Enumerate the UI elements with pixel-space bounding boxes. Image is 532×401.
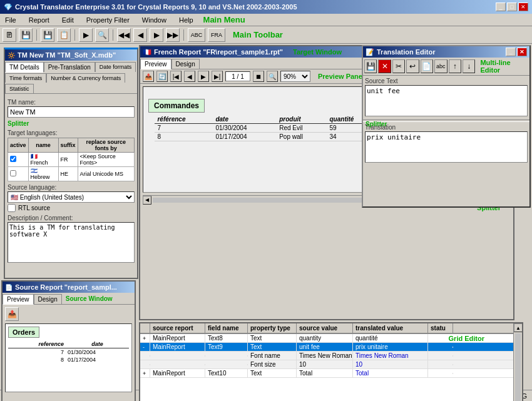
grid-row-1[interactable]: + MainReport Text8 Text quantity quantit… (140, 334, 522, 343)
tab-french-preview[interactable]: Preview (140, 59, 171, 69)
toolbar-btn-8[interactable]: ◀ (133, 28, 147, 42)
grid-prop-3: Text (248, 369, 297, 377)
menu-file[interactable]: File (3, 16, 19, 24)
tab-french-design[interactable]: Design (171, 59, 200, 69)
col-suffix: suffix (58, 138, 78, 153)
close-button[interactable]: ✕ (518, 3, 528, 11)
tab-tm-details[interactable]: TM Details (5, 62, 44, 73)
lang-suffix-french: FR (58, 153, 78, 167)
tab-pre-translation[interactable]: Pre-Translation (44, 62, 95, 72)
search-btn[interactable]: 🔍 (267, 71, 278, 82)
grid-sub-prop-1: Font name (248, 352, 297, 360)
multi-line-label: Multi-line Editor (480, 59, 528, 74)
refresh-btn[interactable]: 🔄 (156, 71, 168, 82)
grid-sub-srcval-1: Times New Roman (297, 352, 353, 360)
tab-source-preview[interactable]: Preview (3, 294, 34, 305)
editor-save-btn[interactable]: 💾 (364, 59, 377, 73)
tm-name-label: TM name: (8, 99, 135, 106)
grid-src-report-2: MainReport (150, 343, 205, 351)
editor-cut-btn[interactable]: ✂ (392, 59, 405, 73)
editor-down-btn[interactable]: ↓ (463, 59, 475, 73)
toolbar-btn-7[interactable]: ◀◀ (117, 28, 131, 42)
tm-name-input[interactable] (8, 106, 135, 118)
prev-page-btn[interactable]: ◀ (184, 71, 195, 82)
minimize-button[interactable]: _ (496, 3, 506, 11)
source-export-btn[interactable]: 📤 (5, 307, 19, 321)
source-text-area[interactable]: unit fee (365, 85, 528, 116)
editor-icon: 📝 (366, 48, 374, 56)
translation-section: Translation prix unitaire (363, 122, 529, 166)
french-date-2: 01/17/2004 (213, 133, 277, 141)
grid-row-2[interactable]: - MainReport Text9 Text unit fee prix un… (140, 343, 522, 352)
menu-edit[interactable]: Edit (59, 16, 76, 24)
tab-statistic[interactable]: Statistic (5, 84, 34, 93)
grid-header: source report field name property type s… (140, 323, 522, 334)
lang-active-french[interactable] (8, 153, 29, 167)
toolbar-btn-4[interactable]: 📋 (57, 28, 71, 42)
grid-vscroll-track[interactable] (515, 333, 521, 401)
translation-area[interactable]: prix unitaire (365, 131, 528, 163)
toolbar-btn-2[interactable]: 💾 (19, 28, 33, 42)
editor-spell-btn[interactable]: abc (434, 59, 447, 73)
toolbar-btn-abc[interactable]: ABC (188, 28, 205, 42)
toolbar-btn-1[interactable]: 🖹 (3, 28, 16, 42)
menu-window[interactable]: Window (140, 16, 169, 24)
export-btn[interactable]: 📤 (143, 71, 154, 82)
description-textarea[interactable]: This is a TM for translating software X (8, 222, 135, 263)
french-produit-2: Pop wall (277, 133, 327, 141)
source-language-select[interactable]: 🇺🇸 English (United States) (8, 191, 135, 203)
grid-row-3[interactable]: + MainReport Text10 Text Total Total (140, 369, 522, 378)
grid-sub-field-2 (205, 364, 248, 365)
expand-btn-3[interactable]: + (140, 369, 150, 377)
title-bar-buttons: _ □ ✕ (496, 3, 528, 11)
stop-btn[interactable]: ⏹ (253, 71, 264, 82)
toolbar-btn-6[interactable]: 🔍 (95, 28, 109, 42)
editor-close[interactable]: ✕ (517, 48, 527, 56)
expand-btn-1[interactable]: + (140, 334, 150, 342)
editor-undo-btn[interactable]: ↩ (406, 59, 419, 73)
menu-report[interactable]: Report (26, 16, 52, 24)
grid-transval-1: quantité (353, 334, 428, 342)
toolbar-btn-5[interactable]: ▶ (79, 28, 93, 42)
hscroll-left[interactable]: ◀ (143, 196, 151, 205)
grid-vscroll-up[interactable]: ▲ (514, 323, 523, 332)
editor-new-btn[interactable]: 📄 (421, 59, 433, 73)
lang-font-hebrew: Arial Unicode MS (78, 167, 134, 181)
first-page-btn[interactable]: |◀ (170, 71, 182, 82)
lang-row-french: 🇫🇷 French FR <Keep Source Fonts> (8, 153, 135, 167)
toolbar-btn-3[interactable]: 💾 (41, 28, 54, 42)
tm-content: TM name: Splitter Target languages: acti… (5, 94, 137, 278)
tab-date-formats[interactable]: Date formats (95, 62, 136, 72)
grid-status-1 (428, 338, 453, 339)
commandes-header: Commandes (148, 99, 205, 113)
grid-sub-prop-2: Font size (248, 360, 297, 368)
app-title: Crystal Translator Enterprise 3.01 for C… (15, 3, 297, 11)
tab-source-design[interactable]: Design (34, 294, 62, 304)
expand-btn-2[interactable]: - (140, 343, 150, 351)
toolbar-btn-10[interactable]: ▶▶ (166, 28, 180, 42)
zoom-select[interactable]: 90% 100% 75% (280, 71, 310, 82)
source-preview-table: reference date 7 01/30/2004 8 01/17/2004 (8, 340, 129, 363)
editor-up-btn[interactable]: ↑ (449, 59, 461, 73)
editor-minimize[interactable]: _ (506, 48, 516, 56)
lang-name-hebrew: 🇮🇱 Hebrew (28, 167, 58, 181)
tab-time-formats[interactable]: Time formats (5, 73, 46, 83)
grid-vscroll[interactable]: ▲ ▼ (513, 323, 522, 401)
main-content: 🔆 TM New TM "TM_Soft_X.mdb" TM Details P… (0, 44, 532, 401)
grid-status-3 (428, 373, 453, 374)
source-window: 📄 Source Report "report_sampl... Preview… (1, 280, 136, 401)
editor-cancel-btn[interactable]: ✕ (378, 59, 391, 73)
maximize-button[interactable]: □ (507, 3, 517, 11)
tab-number-formats[interactable]: Number & Currency formats (46, 73, 125, 83)
menu-help[interactable]: Help (176, 16, 196, 24)
toolbar-btn-9[interactable]: ▶ (150, 28, 163, 42)
french-icon: 🇫🇷 (143, 48, 151, 56)
menu-property-filter[interactable]: Property Filter (84, 16, 132, 24)
page-input[interactable] (225, 71, 250, 81)
rtl-checkbox[interactable] (8, 204, 16, 212)
toolbar-btn-fra[interactable]: FRA (208, 28, 225, 42)
next-page-btn[interactable]: ▶ (198, 71, 209, 82)
tm-titlebar: 🔆 TM New TM "TM_Soft_X.mdb" (5, 49, 137, 61)
last-page-btn[interactable]: ▶| (212, 71, 223, 82)
lang-active-hebrew[interactable] (8, 167, 29, 181)
